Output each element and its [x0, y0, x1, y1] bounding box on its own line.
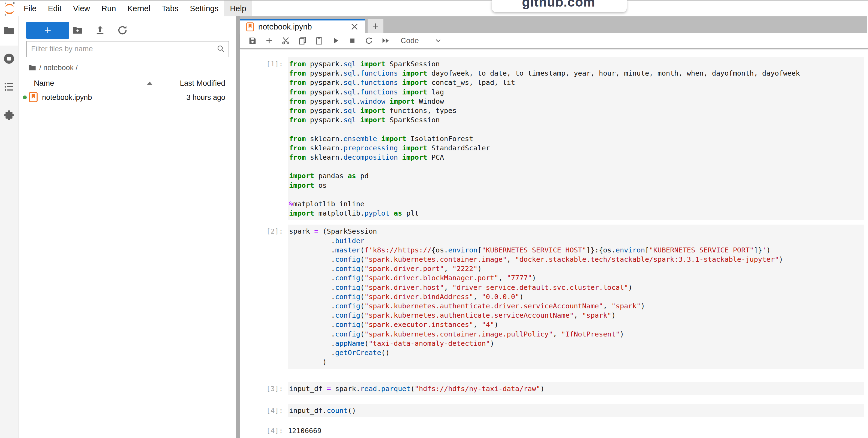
file-browser-icon[interactable] [4, 25, 14, 36]
code-line [289, 162, 862, 171]
new-launcher-button[interactable] [26, 22, 69, 39]
code-line: .config("spark.kubernetes.container.imag… [289, 329, 862, 339]
menu-run[interactable]: Run [96, 1, 122, 17]
file-name: notebook.ipynb [42, 90, 92, 105]
notebook-toolbar: Code [240, 33, 868, 49]
file-filter-input[interactable] [31, 41, 214, 56]
file-modified: 3 hours ago [186, 90, 225, 105]
code-line: from pyspark.sql.functions import dayofw… [289, 68, 862, 78]
plus-icon [43, 26, 52, 35]
code-line: .builder [289, 236, 862, 245]
new-folder-button[interactable] [72, 25, 84, 36]
jupyter-logo-icon [3, 2, 16, 15]
interrupt-kernel-button[interactable] [346, 35, 358, 47]
code-line: from sklearn.decomposition import PCA [289, 152, 862, 162]
menu-tabs[interactable]: Tabs [156, 1, 184, 17]
cell-editor[interactable]: input_df.count() [288, 404, 864, 417]
code-line: import matplotlib.pyplot as plt [289, 208, 862, 218]
cell-input-prompt: [3]: [240, 382, 288, 393]
plus-icon [371, 22, 380, 30]
code-line [289, 124, 862, 134]
breadcrumb[interactable]: / notebook / [28, 62, 78, 73]
code-line: ) [289, 357, 862, 367]
code-line: from pyspark.sql.window import Window [289, 97, 862, 106]
cell-input-prompt: [4]: [240, 404, 288, 415]
document-tab-bar: notebook.ipynb [240, 17, 867, 33]
tab-label: notebook.ipynb [258, 21, 312, 33]
notebook-cell[interactable]: [1]:from pyspark.sql import SparkSession… [240, 57, 868, 220]
menu-view[interactable]: View [67, 1, 96, 17]
code-line: from pyspark.sql.functions import concat… [289, 78, 862, 87]
notebook-cell[interactable]: [2]:spark = (SparkSession .builder .mast… [240, 225, 868, 369]
breadcrumb-path: / notebook / [39, 64, 78, 72]
sort-ascending-icon [147, 82, 152, 85]
browser-popup[interactable]: github.com [492, 0, 627, 12]
notebook-cell[interactable]: [4]:input_df.count() [240, 404, 868, 417]
activity-bar [0, 17, 19, 438]
paste-cells-button[interactable] [313, 35, 325, 47]
notebook-cells: [1]:from pyspark.sql import SparkSession… [240, 50, 868, 438]
extensions-puzzle-icon[interactable] [3, 110, 15, 121]
cut-cells-button[interactable] [280, 35, 292, 47]
file-row[interactable]: notebook.ipynb 3 hours ago [19, 90, 231, 105]
save-button[interactable] [247, 35, 258, 47]
kernel-running-dot [23, 95, 27, 99]
restart-kernel-button[interactable] [363, 35, 375, 47]
notebook-cell[interactable]: [3]:input_df = spark.read.parquet("hdfs:… [240, 382, 868, 395]
code-line: .config("spark.driver.port", "2222") [289, 264, 862, 273]
code-line: .appName("taxi-data-anomaly-detection") [289, 339, 862, 348]
copy-cells-button[interactable] [297, 35, 308, 47]
code-line: .getOrCreate() [289, 348, 862, 357]
home-folder-icon [28, 63, 36, 72]
code-line: .config("spark.executor.instances", "4") [289, 320, 862, 329]
cell-type-dropdown[interactable]: Code [401, 36, 419, 45]
code-line: .config("spark.driver.blockManager.port"… [289, 273, 862, 283]
code-line: .config("spark.kubernetes.authenticate.d… [289, 301, 862, 311]
menu-help[interactable]: Help [224, 1, 252, 17]
menu-settings[interactable]: Settings [184, 1, 224, 17]
main-area: notebook.ipynb [240, 17, 868, 438]
upload-button[interactable] [94, 25, 106, 36]
code-line: from pyspark.sql import SparkSession [289, 115, 862, 124]
cell-editor[interactable]: input_df = spark.read.parquet("hdfs://hd… [288, 382, 864, 395]
code-line: .config("spark.kubernetes.container.imag… [289, 255, 862, 264]
code-line: import os [289, 181, 862, 190]
cell-editor[interactable]: from pyspark.sql import SparkSessionfrom… [288, 57, 864, 220]
refresh-button[interactable] [117, 25, 128, 36]
tab-notebook[interactable]: notebook.ipynb [240, 19, 365, 33]
cell-output-text: 12106669 [288, 424, 321, 435]
tab-close-icon[interactable] [350, 22, 359, 31]
running-kernels-icon[interactable] [3, 53, 15, 65]
new-tab-button[interactable] [368, 19, 383, 33]
code-line: import pandas as pd [289, 171, 862, 180]
popup-domain-text: github.com [522, 0, 595, 9]
code-line: .master(f'k8s://https://{os.environ["KUB… [289, 245, 862, 255]
menu-file[interactable]: File [18, 1, 42, 17]
panel-splitter[interactable] [236, 17, 240, 438]
run-cell-button[interactable] [330, 35, 342, 47]
notebook-tab-icon [246, 22, 254, 32]
add-cell-button[interactable] [263, 35, 275, 47]
code-line: .config("spark.kubernetes.authenticate.s… [289, 311, 862, 320]
column-header-last-modified[interactable]: Last Modified [180, 77, 225, 89]
code-line: .config("spark.driver.host", "driver-ser… [289, 283, 862, 292]
menu-kernel[interactable]: Kernel [122, 1, 156, 17]
cell-input-prompt: [2]: [240, 225, 288, 236]
code-line: from sklearn.ensemble import IsolationFo… [289, 134, 862, 143]
cell-output-prompt: [4]: [240, 424, 288, 435]
file-browser-panel: / notebook / Name Last Modified notebook… [19, 17, 236, 438]
jupyterlab-window: File Edit View Run Kernel Tabs Settings … [0, 0, 868, 438]
code-line: input_df = spark.read.parquet("hdfs://hd… [289, 384, 862, 393]
menu-edit[interactable]: Edit [42, 1, 67, 17]
code-line: from sklearn.preprocessing import Standa… [289, 143, 862, 152]
cell-editor[interactable]: spark = (SparkSession .builder .master(f… [288, 225, 864, 369]
menu-bar: File Edit View Run Kernel Tabs Settings … [0, 1, 868, 17]
file-listing-header: Name Last Modified [19, 77, 231, 90]
cell-input-prompt: [1]: [240, 57, 288, 68]
code-line: from pyspark.sql import SparkSession [289, 59, 862, 68]
restart-run-all-button[interactable] [380, 35, 392, 47]
code-line: from pyspark.sql import functions, types [289, 106, 862, 115]
column-header-name[interactable]: Name [34, 77, 162, 89]
table-of-contents-icon[interactable] [4, 81, 14, 92]
chevron-down-icon[interactable] [434, 36, 442, 45]
